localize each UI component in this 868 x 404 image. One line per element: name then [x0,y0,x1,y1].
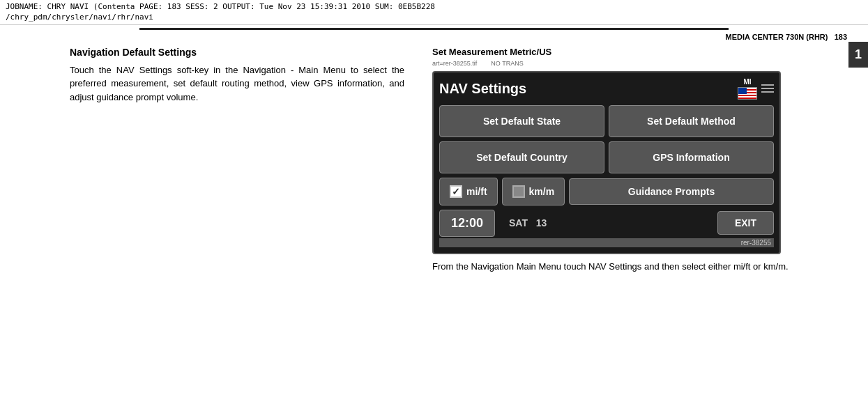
sat-label: SAT [509,217,528,228]
guidance-prompts-button[interactable]: Guidance Prompts [569,178,774,205]
mi-label: MI [738,78,757,86]
sat-number: 13 [536,217,547,228]
main-content: Navigation Default Settings Touch the NA… [0,47,868,274]
km-m-label: km/m [529,186,555,197]
file-path: /chry_pdm/chrysler/navi/rhr/navi [6,12,862,22]
km-m-checkbox [512,185,525,198]
menu-bar-2 [761,88,774,89]
nav-default-body: Touch the NAV Settings soft-key in the N… [70,63,404,104]
section-title: MEDIA CENTER 730N (RHR) [726,33,828,41]
section-heading: Set Measurement Metric/US [432,47,551,57]
art-label: art=rer-38255.tif [432,60,477,67]
no-trans-label: NO TRANS [491,60,523,67]
measurement-row: mi/ft km/m Guidance Prompts [439,178,774,205]
page-number: 183 [835,33,847,41]
km-m-button[interactable]: km/m [502,178,565,205]
flag-icon: MI [738,78,757,100]
nav-screen-title: NAV Settings [439,81,526,97]
caption-text: From the Navigation Main Menu touch NAV … [432,260,798,274]
menu-bar-1 [761,84,774,86]
mi-ft-label: mi/ft [466,186,487,197]
mi-ft-button[interactable]: mi/ft [439,178,498,205]
mi-ft-checkbox [450,185,462,198]
status-bar: 12:00 SAT 13 EXIT [439,210,774,237]
set-default-country-button[interactable]: Set Default Country [439,141,604,173]
ref-label: rer-38255 [439,238,774,247]
us-flag [738,87,757,100]
menu-bar-3 [761,91,774,93]
nav-screen-header: NAV Settings MI [439,78,774,100]
button-grid: Set Default State Set Default Method Set… [439,105,774,173]
nav-default-heading: Navigation Default Settings [70,47,404,58]
time-display: 12:00 [439,210,495,237]
menu-icon[interactable] [761,84,774,93]
set-default-method-button[interactable]: Set Default Method [609,105,774,137]
set-default-state-button[interactable]: Set Default State [439,105,604,137]
gps-information-button[interactable]: GPS Information [609,141,774,173]
header-bar: JOBNAME: CHRY NAVI (Contenta PAGE: 183 S… [0,0,868,25]
nav-icons: MI [738,78,774,100]
job-info: JOBNAME: CHRY NAVI (Contenta PAGE: 183 S… [6,1,862,12]
sat-display: SAT 13 [495,217,717,228]
left-column: Navigation Default Settings Touch the NA… [70,47,404,274]
page-header: MEDIA CENTER 730N (RHR) 183 [0,30,868,44]
nav-screen: NAV Settings MI Set Default State Se [432,71,781,254]
right-column: Set Measurement Metric/US art=rer-38255.… [432,47,798,274]
sidebar-number: 1 [848,42,868,68]
exit-button[interactable]: EXIT [717,211,774,235]
